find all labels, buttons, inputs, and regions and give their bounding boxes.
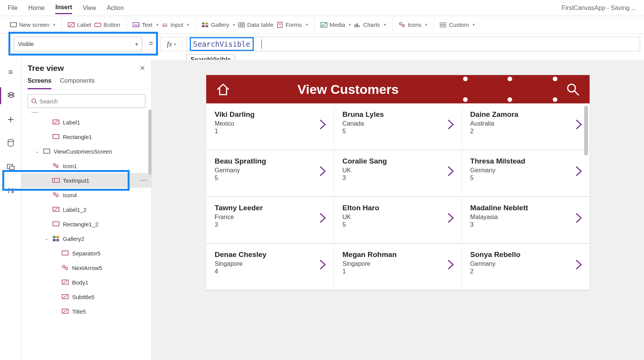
menu-home[interactable]: Home xyxy=(28,2,45,14)
svg-point-52 xyxy=(53,193,56,195)
treeview-rail-button[interactable] xyxy=(0,87,21,104)
insert-input-button[interactable]: Input xyxy=(161,21,189,28)
tree-item-gallery2[interactable]: ⌄Gallery2 xyxy=(21,231,151,246)
svg-rect-25 xyxy=(358,25,360,27)
tree-item-icon4[interactable]: +Icon4 xyxy=(21,188,151,202)
customer-card[interactable]: Denae ChesleySingapore4 xyxy=(206,244,334,290)
selected-search-icon-control[interactable] xyxy=(465,79,580,100)
tree-item-separator5[interactable]: Separator5 xyxy=(21,246,151,260)
tree-scrollbar-thumb[interactable] xyxy=(148,110,151,175)
customer-card[interactable]: Bruna LylesCanada5 xyxy=(334,103,462,150)
svg-line-42 xyxy=(35,102,37,104)
tab-components[interactable]: Components xyxy=(60,74,95,89)
customer-card[interactable]: Viki DarlingMexico1 xyxy=(206,103,334,150)
tree-item-body1[interactable]: Body1 xyxy=(21,275,151,290)
insert-media-button[interactable]: Media xyxy=(320,21,351,28)
tree-search-box[interactable] xyxy=(28,94,145,108)
insert-forms-label: Forms xyxy=(286,21,302,28)
close-panel-button[interactable]: ✕ xyxy=(140,64,145,72)
tree-item-rectangle1_2[interactable]: Rectangle1_2 xyxy=(21,217,151,231)
chevron-right-icon[interactable] xyxy=(575,259,583,270)
chevron-right-icon[interactable] xyxy=(319,165,327,177)
add-rail-button[interactable] xyxy=(0,111,21,128)
chevron-right-icon[interactable] xyxy=(447,165,455,177)
icons-icon xyxy=(399,21,406,28)
menu-insert[interactable]: Insert xyxy=(55,2,72,14)
chevron-right-icon[interactable] xyxy=(575,165,583,177)
chevron-right-icon[interactable] xyxy=(319,259,327,270)
svg-point-34 xyxy=(8,139,13,142)
customer-card[interactable]: Elton HaroUK5 xyxy=(334,197,462,244)
tree-item-label: Icon4 xyxy=(63,192,77,198)
insert-forms-button[interactable]: Forms xyxy=(276,21,308,28)
chevron-right-icon[interactable] xyxy=(447,119,455,130)
chevron-right-icon[interactable] xyxy=(319,212,327,224)
tree-item-rectangle1[interactable]: Rectangle1 xyxy=(21,129,151,144)
design-canvas[interactable]: View Customers Viki DarlingMexico1Bruna … xyxy=(152,60,644,360)
menu-file[interactable]: File xyxy=(8,2,18,14)
fx-button[interactable]: fx xyxy=(160,37,182,51)
tab-screens[interactable]: Screens xyxy=(28,74,51,89)
customer-card[interactable]: Tawny LeederFrance3 xyxy=(206,197,334,244)
menu-action[interactable]: Action xyxy=(107,2,123,14)
tree-item-label: Rectangle1 xyxy=(63,134,92,140)
label-icon xyxy=(68,21,75,28)
formula-input[interactable]: SearchVisible xyxy=(186,37,640,51)
property-dropdown[interactable]: Visible ▾ xyxy=(14,37,142,51)
gallery-scrollbar-thumb[interactable] xyxy=(584,106,588,155)
insert-label-button[interactable]: Label xyxy=(68,21,91,28)
insert-button-button[interactable]: Button xyxy=(94,21,120,28)
chevron-right-icon[interactable] xyxy=(447,212,455,224)
insert-charts-button[interactable]: Charts xyxy=(354,21,386,28)
customer-card[interactable]: Sonya RebelloGermany2 xyxy=(462,244,590,290)
tree-item-label: TextInput1 xyxy=(63,177,89,184)
chevron-right-icon[interactable] xyxy=(575,212,583,224)
customers-gallery[interactable]: Viki DarlingMexico1Bruna LylesCanada5Dai… xyxy=(206,103,590,290)
equals-sign: = xyxy=(149,39,153,48)
insert-input-label: Input xyxy=(171,21,183,28)
tree-item-viewcustomersscreen[interactable]: ⌄ViewCustomersScreen xyxy=(21,144,151,159)
home-icon[interactable] xyxy=(215,82,231,97)
customer-number: 5 xyxy=(342,128,453,135)
expander-icon[interactable]: ⌄ xyxy=(34,149,40,154)
data-rail-button[interactable] xyxy=(0,135,21,152)
menu-view[interactable]: View xyxy=(83,2,96,14)
customer-card[interactable]: Megan RohmanSingapore1 xyxy=(334,244,462,290)
insert-icons-button[interactable]: Icons xyxy=(399,21,427,28)
tree-search-input[interactable] xyxy=(39,98,142,105)
customer-card[interactable]: Thresa MilsteadGermany5 xyxy=(462,150,590,197)
svg-rect-29 xyxy=(444,23,446,25)
tree-item-nextarrow5[interactable]: +NextArrow5 xyxy=(21,260,151,275)
tree-item-textinput1[interactable]: TextInput1··· xyxy=(21,173,151,188)
insert-icons-label: Icons xyxy=(408,21,422,28)
media-rail-button[interactable] xyxy=(0,159,21,175)
tree-item-icon1[interactable]: +Icon1 xyxy=(21,159,151,173)
expander-icon[interactable]: ⌄ xyxy=(44,236,49,241)
customer-card[interactable]: Madaline NeblettMalayasia3 xyxy=(462,197,590,244)
tree-item-label1[interactable]: Label1 xyxy=(21,115,151,129)
insert-datatable-button[interactable]: Data table xyxy=(238,21,273,28)
collapse-handle[interactable]: — xyxy=(21,110,151,113)
insert-gallery-button[interactable]: Gallery xyxy=(202,21,235,28)
advanced-rail-button[interactable] xyxy=(0,182,21,199)
tree-item-label1_2[interactable]: Label1_2 xyxy=(21,202,151,217)
customer-card[interactable]: Coralie SangUK3 xyxy=(334,150,462,197)
hamburger-button[interactable]: ≡ xyxy=(0,64,21,80)
svg-rect-46 xyxy=(44,149,50,153)
customer-card[interactable]: Beau SpratlingGermany5 xyxy=(206,150,334,197)
more-button[interactable]: ··· xyxy=(141,177,148,183)
svg-point-22 xyxy=(325,23,326,24)
text-icon: Abc xyxy=(133,21,140,28)
insert-text-button[interactable]: Abc Text xyxy=(133,21,158,28)
chevron-right-icon[interactable] xyxy=(319,119,327,130)
tree-view-title: Tree view xyxy=(28,64,64,73)
new-screen-button[interactable]: New screen xyxy=(10,21,55,28)
customer-country: France xyxy=(215,214,326,221)
customer-name: Sonya Rebello xyxy=(470,250,582,259)
tree-item-subtitle5[interactable]: Subtitle5 xyxy=(21,290,151,304)
tree-item-title5[interactable]: Title5 xyxy=(21,304,151,319)
chevron-right-icon[interactable] xyxy=(575,119,583,130)
customer-card[interactable]: Daine ZamoraAustralia2 xyxy=(462,103,590,150)
insert-custom-button[interactable]: Custom xyxy=(440,21,475,28)
chevron-right-icon[interactable] xyxy=(447,259,455,270)
